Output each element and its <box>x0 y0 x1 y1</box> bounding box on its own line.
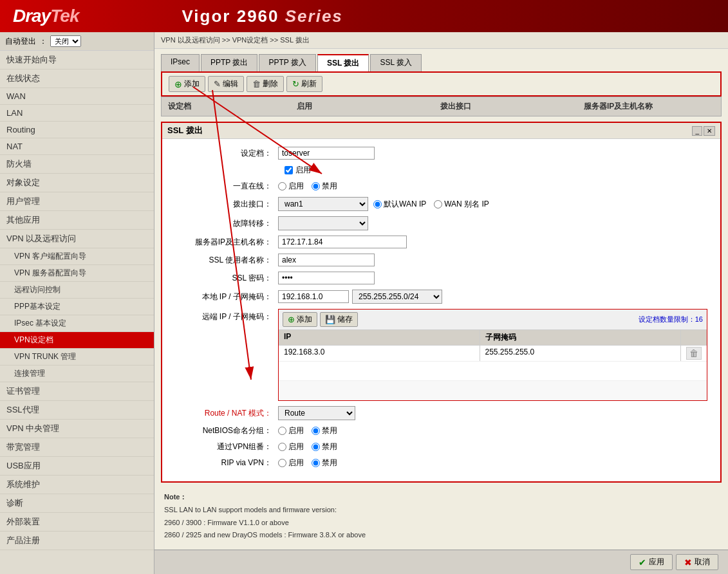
sidebar-item-bandwidth[interactable]: 带宽管理 <box>0 438 154 457</box>
vpn-group-label: 通过VPN组番： <box>175 441 278 452</box>
sidebar-item-vpn-trunk[interactable]: VPN TRUNK 管理 <box>0 349 154 366</box>
profile-input[interactable] <box>278 147 375 160</box>
delete-icon: 🗑 <box>252 79 261 89</box>
edit-button[interactable]: ✎ 编辑 <box>208 76 244 92</box>
sub-save-icon: 💾 <box>325 315 335 324</box>
netbios-disable-radio[interactable] <box>312 427 320 435</box>
cancel-button[interactable]: ✖ 取消 <box>676 554 718 570</box>
always-online-enable-radio[interactable] <box>278 182 286 190</box>
route-nat-select[interactable]: Route <box>278 406 355 420</box>
sidebar-item-vpn-remote[interactable]: VPN 以及远程访问 <box>0 230 154 248</box>
auto-logout-select[interactable]: 关闭 <box>50 35 81 47</box>
dialog-box: SSL 拨出 _ ✕ 设定档： 启用 <box>161 122 722 483</box>
sidebar-item-external-devices[interactable]: 外部装置 <box>0 513 154 532</box>
remote-row-delete-button[interactable]: 🗑 <box>686 347 702 360</box>
bottom-bar: ✔ 应用 ✖ 取消 <box>154 550 728 574</box>
breadcrumb: VPN 以及远程访问 >> VPN设定档 >> SSL 拨出 <box>154 32 728 49</box>
sidebar-item-vpn-central[interactable]: VPN 中央管理 <box>0 420 154 438</box>
sidebar-item-object-settings[interactable]: 对象设定 <box>0 174 154 192</box>
dialog-close-buttons: _ ✕ <box>692 126 715 136</box>
default-wan-ip-radio[interactable] <box>373 200 382 208</box>
sub-toolbar: ⊕ 添加 💾 储存 设定档数量限制：16 <box>279 310 707 330</box>
always-online-disable-radio[interactable] <box>312 182 320 190</box>
ssl-pass-input[interactable] <box>278 272 375 284</box>
dial-interface-select[interactable]: wan1 <box>278 197 368 211</box>
failover-label: 故障转移： <box>175 218 278 229</box>
delete-button[interactable]: 🗑 删除 <box>247 76 284 92</box>
profile-row: 设定档： <box>175 147 707 160</box>
col-dial-interface: 拨出接口 <box>434 99 577 114</box>
netbios-row: NetBIOS命名分组： 启用 禁用 <box>175 425 707 436</box>
sidebar-item-quick-start[interactable]: 快速开始向导 <box>0 51 154 69</box>
refresh-button[interactable]: ↻ 刷新 <box>286 76 322 92</box>
add-icon: ⊕ <box>174 79 182 89</box>
always-online-row: 一直在线： 启用 禁用 <box>175 181 707 192</box>
brand-name: DrayTek <box>13 6 79 26</box>
sidebar-item-connection-mgmt[interactable]: 连接管理 <box>0 366 154 382</box>
sidebar-item-lan[interactable]: LAN <box>0 105 154 122</box>
sidebar-item-product-reg[interactable]: 产品注册 <box>0 532 154 550</box>
failover-row: 故障转移： <box>175 216 707 230</box>
sidebar-item-usb[interactable]: USB应用 <box>0 457 154 476</box>
wan-alias-ip-radio[interactable] <box>434 200 442 208</box>
sidebar-item-vpn-server-wizard[interactable]: VPN 服务器配置向导 <box>0 265 154 282</box>
sidebar-item-ppp-basic[interactable]: PPP基本设定 <box>0 299 154 315</box>
sidebar-item-firewall[interactable]: 防火墙 <box>0 155 154 174</box>
server-host-label: 服务器IP及主机名称： <box>175 237 278 248</box>
add-button[interactable]: ⊕ 添加 <box>169 76 205 92</box>
note-line-0: SSL LAN to LAN support models and firmwa… <box>164 504 718 517</box>
sidebar-item-routing[interactable]: Routing <box>0 122 154 138</box>
ssl-user-input[interactable] <box>278 254 375 266</box>
sidebar-item-vpn-profile[interactable]: VPN设定档 <box>0 332 154 349</box>
sidebar-item-ipsec-basic[interactable]: IPsec 基本设定 <box>0 315 154 332</box>
apply-button[interactable]: ✔ 应用 <box>630 554 673 570</box>
sidebar-item-diagnostics[interactable]: 诊断 <box>0 494 154 513</box>
note-line-1: 2960 / 3900 : Firmware V1.1.0 or above <box>164 517 718 530</box>
minimize-button[interactable]: _ <box>692 126 702 136</box>
tab-ssl-in[interactable]: SSL 拨入 <box>370 54 422 71</box>
sub-table-header: IP 子网掩码 <box>279 330 707 346</box>
ssl-pass-row: SSL 密码： <box>175 272 707 284</box>
server-host-input[interactable] <box>278 236 407 248</box>
local-ip-input[interactable] <box>278 290 349 303</box>
failover-select[interactable] <box>278 216 368 230</box>
sidebar-item-user-mgmt[interactable]: 用户管理 <box>0 192 154 211</box>
always-online-label: 一直在线： <box>175 181 278 192</box>
tab-ipsec[interactable]: IPsec <box>161 54 200 71</box>
vpn-group-enable-radio[interactable] <box>278 443 286 451</box>
rip-vpn-enable-radio[interactable] <box>278 459 286 467</box>
tab-pptp-out[interactable]: PPTP 拨出 <box>201 54 257 71</box>
auto-logout-row: 自动登出 ： 关闭 <box>0 32 154 51</box>
sidebar-item-wan[interactable]: WAN <box>0 88 154 105</box>
profile-label: 设定档： <box>175 148 278 159</box>
auto-logout-label: 自动登出 <box>5 36 36 47</box>
remote-subnet-cell: 255.255.255.0 <box>480 346 682 361</box>
sidebar-item-cert-mgmt[interactable]: 证书管理 <box>0 382 154 401</box>
tabs-bar: IPsec PPTP 拨出 PPTP 拨入 SSL 拨出 SSL 拨入 <box>154 49 728 71</box>
note-section: Note： SSL LAN to LAN support models and … <box>161 485 722 548</box>
netbios-label: NetBIOS命名分组： <box>175 425 278 436</box>
enable-checkbox[interactable] <box>285 166 293 174</box>
sidebar-item-online-status[interactable]: 在线状态 <box>0 69 154 88</box>
sidebar-item-vpn-client-wizard[interactable]: VPN 客户端配置向导 <box>0 248 154 265</box>
close-button[interactable]: ✕ <box>704 126 715 136</box>
edit-icon: ✎ <box>214 79 221 89</box>
tab-ssl-out[interactable]: SSL 拨出 <box>317 54 369 71</box>
netbios-enable-radio[interactable] <box>278 427 286 435</box>
sub-add-button[interactable]: ⊕ 添加 <box>283 312 317 327</box>
product-name: Vigor 2960 Series <box>182 6 342 26</box>
remote-row-0: 192.168.3.0 255.255.255.0 🗑 <box>279 346 707 362</box>
vpn-group-disable-radio[interactable] <box>312 443 320 451</box>
sidebar-item-remote-access[interactable]: 远程访问控制 <box>0 282 154 299</box>
rip-vpn-disable-radio[interactable] <box>312 459 320 467</box>
local-subnet-select[interactable]: 255.255.255.0/24 <box>352 290 442 304</box>
sub-save-button[interactable]: 💾 储存 <box>320 312 358 327</box>
sub-col-subnet: 子网掩码 <box>480 330 682 345</box>
sidebar-item-system-maint[interactable]: 系统维护 <box>0 476 154 494</box>
tab-pptp-in[interactable]: PPTP 拨入 <box>259 54 315 71</box>
cancel-icon: ✖ <box>684 557 692 568</box>
sidebar: 自动登出 ： 关闭 快速开始向导 在线状态 WAN LAN Routing NA… <box>0 32 154 574</box>
sidebar-item-other-apps[interactable]: 其他应用 <box>0 211 154 230</box>
sidebar-item-ssl-proxy[interactable]: SSL代理 <box>0 401 154 420</box>
sidebar-item-nat[interactable]: NAT <box>0 138 154 155</box>
